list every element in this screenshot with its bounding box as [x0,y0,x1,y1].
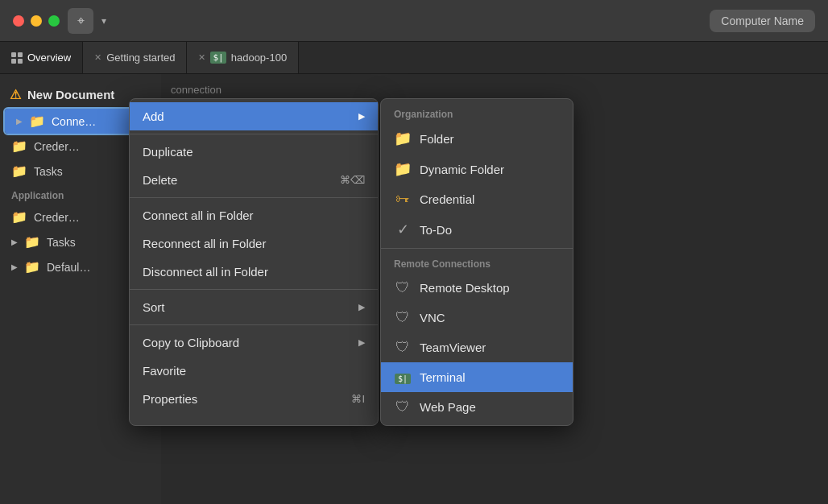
tabbar: Overview ✕ Getting started ✕ $| hadoop-1… [0,42,828,74]
submenu-item-remote-desktop[interactable]: 🛡 Remote Desktop [381,273,573,303]
menu-item-connect-all[interactable]: Connect all in Folder [130,201,378,229]
tab-hadoop[interactable]: ✕ $| hadoop-100 [187,42,299,73]
sidebar-item-connections-label: Conne… [52,115,96,128]
menu-item-reconnect-all[interactable]: Reconnect all in Folder [130,229,378,258]
submenu: Organization 📁 Folder 📁 Dynamic Folder 🗝… [380,98,573,426]
sidebar-item-app-tasks-label: Tasks [47,236,76,249]
shield-icon: 🛡 [394,399,412,415]
folder-icon: 📁 [29,114,45,129]
sidebar-item-tasks-label: Tasks [34,165,63,178]
submenu-item-remote-desktop-label: Remote Desktop [420,281,510,295]
menu-divider-2 [130,197,378,198]
menu-item-properties[interactable]: Properties ⌘I [130,385,378,413]
sort-submenu-arrow-icon: ▶ [358,302,365,312]
menu-item-favorite[interactable]: Favorite [130,357,378,385]
sidebar-item-app-default-label: Defaul… [47,261,90,274]
sidebar-item-app-credentials-label: Creder… [34,211,80,224]
menu-item-add[interactable]: Add ▶ [130,102,378,130]
menu-item-sort[interactable]: Sort ▶ [130,293,378,321]
submenu-item-terminal-label: Terminal [420,370,466,384]
menu-item-copy-clipboard[interactable]: Copy to Clipboard ▶ [130,328,378,357]
grid-icon [11,52,23,64]
menu-item-properties-label: Properties [143,392,197,406]
submenu-item-dynamic-folder[interactable]: 📁 Dynamic Folder [381,154,573,184]
dropdown-arrow-icon[interactable]: ▾ [101,15,106,27]
menu-item-disconnect-all[interactable]: Disconnect all in Folder [130,258,378,286]
folder-icon: 📁 [11,163,27,179]
tab-overview-label: Overview [27,52,71,64]
warning-icon: ⚠ [10,87,21,102]
submenu-item-credential[interactable]: 🗝 Credential [381,184,573,214]
titlebar-left: ⌖ ▾ [13,8,106,34]
folder-icon: 📁 [11,209,27,225]
submenu-item-web-page[interactable]: 🛡 Web Page [381,392,573,422]
traffic-lights [13,15,60,27]
main-area: ⚠ New Document ▶ 📁 Conne… 📁 Creder… 📁 Ta… [0,74,828,504]
target-icon[interactable]: ⌖ [68,8,93,34]
close-button[interactable] [13,15,24,27]
menu-item-duplicate-label: Duplicate [143,145,193,159]
tab-terminal-icon: $| [210,52,226,64]
menu-item-duplicate[interactable]: Duplicate [130,138,378,166]
submenu-item-vnc[interactable]: 🛡 VNC [381,303,573,333]
menu-divider-1 [130,134,378,134]
menu-item-copy-clipboard-label: Copy to Clipboard [143,336,239,349]
menu-divider-3 [130,289,378,290]
menu-item-properties-shortcut: ⌘I [351,393,365,405]
menu-item-disconnect-all-label: Disconnect all in Folder [143,265,268,279]
submenu-item-credential-label: Credential [420,192,474,206]
chevron-icon: ▶ [16,117,23,126]
tab-getting-started[interactable]: ✕ Getting started [83,42,187,73]
submenu-item-todo-label: To-Do [420,223,452,237]
menu-item-add-label: Add [143,109,164,123]
submenu-item-teamviewer[interactable]: 🛡 TeamViewer [381,333,573,362]
submenu-item-web-page-label: Web Page [420,400,476,414]
copy-submenu-arrow-icon: ▶ [358,337,365,348]
menu-item-delete[interactable]: Delete ⌘⌫ [130,166,378,194]
submenu-item-teamviewer-label: TeamViewer [420,341,486,354]
connection-label: connection [171,84,818,96]
menu-item-delete-label: Delete [143,173,177,187]
shield-icon: 🛡 [394,279,412,296]
submenu-remote-label: Remote Connections [381,252,573,273]
titlebar: ⌖ ▾ Computer Name [0,0,828,42]
tab-getting-started-close-icon[interactable]: ✕ [94,52,101,63]
shield-icon: 🛡 [394,339,412,356]
folder-icon: 📁 [24,234,40,250]
maximize-button[interactable] [48,15,60,27]
submenu-item-todo[interactable]: ✓ To-Do [381,214,573,245]
menu-item-connect-all-label: Connect all in Folder [143,209,254,222]
menu-divider-4 [130,324,378,325]
key-icon: 🗝 [394,191,412,208]
submenu-arrow-icon: ▶ [358,111,365,122]
tab-overview[interactable]: Overview [0,42,83,73]
menu-item-sort-label: Sort [143,300,165,314]
submenu-item-dynamic-folder-label: Dynamic Folder [420,163,504,176]
checkmark-icon: ✓ [394,221,412,238]
submenu-item-terminal[interactable]: $| Terminal [381,362,573,392]
folder-blue-icon: 📁 [394,130,412,147]
shield-icon: 🛡 [394,309,412,326]
menu-item-favorite-label: Favorite [143,364,186,378]
tab-hadoop-label: hadoop-100 [231,52,287,64]
minimize-button[interactable] [31,15,42,27]
submenu-item-vnc-label: VNC [420,311,445,324]
sidebar-title: New Document [27,88,114,101]
chevron-icon: ▶ [11,262,18,271]
submenu-divider [381,248,573,249]
tab-getting-started-label: Getting started [106,52,175,64]
menu-item-reconnect-all-label: Reconnect all in Folder [143,237,266,250]
sidebar-item-credentials-label: Creder… [34,140,80,153]
tab-hadoop-close-icon[interactable]: ✕ [198,52,205,63]
submenu-item-folder[interactable]: 📁 Folder [381,123,573,154]
chevron-icon: ▶ [11,238,18,246]
submenu-organization-label: Organization [381,102,573,123]
computer-name-button[interactable]: Computer Name [710,10,815,32]
context-menu-area: Add ▶ Duplicate Delete ⌘⌫ Connect all in… [129,98,573,426]
menu-item-delete-shortcut: ⌘⌫ [340,174,365,186]
folder-purple-icon: 📁 [394,160,412,178]
terminal-icon: $| [394,369,412,386]
context-menu: Add ▶ Duplicate Delete ⌘⌫ Connect all in… [129,98,379,426]
folder-icon: 📁 [11,138,27,154]
folder-icon: 📁 [24,259,40,275]
